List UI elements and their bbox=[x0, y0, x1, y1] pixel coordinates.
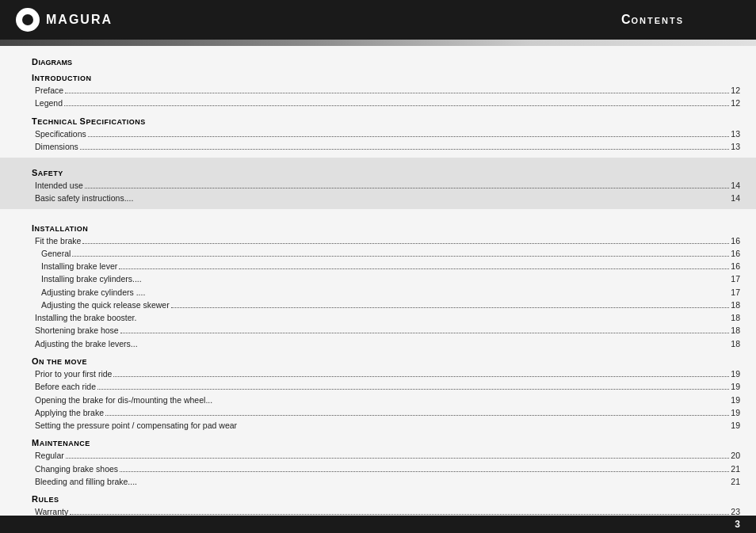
logo-area: MAGURA bbox=[0, 0, 598, 40]
section-installation: INSTALLATION Fit the brake 16 General 16… bbox=[32, 223, 740, 350]
toc-item-bleeding: Bleeding and filling brake.... 21 bbox=[32, 475, 740, 488]
toc-item-general: General 16 bbox=[32, 247, 740, 260]
heading-maintenance: MAINTENANCE bbox=[32, 438, 740, 447]
section-maintenance: MAINTENANCE Regular 20 Changing brake sh… bbox=[32, 438, 740, 488]
toc-item-warranty: Warranty 23 bbox=[32, 505, 740, 516]
heading-diagrams: DIAGRAMS bbox=[32, 57, 740, 67]
toc-item-before-ride: Before each ride 19 bbox=[32, 380, 740, 393]
toc-item-fit-brake: Fit the brake 16 bbox=[32, 234, 740, 247]
logo-inner bbox=[22, 14, 33, 25]
toc-item-adjusting-levers: Adjusting the brake levers... 18 bbox=[32, 337, 740, 350]
toc-item-adjusting-quickrelease: Adjusting the quick release skewer 18 bbox=[32, 299, 740, 311]
main-content: DIAGRAMS INTRODUCTION Preface 12 Legend … bbox=[0, 46, 756, 516]
bottom-bar: 3 bbox=[0, 516, 756, 533]
heading-installation: INSTALLATION bbox=[32, 223, 740, 233]
toc-item-pressure-point: Setting the pressure point / compensatin… bbox=[32, 419, 740, 432]
toc-item-adjusting-cylinders: Adjusting brake cylinders .... 17 bbox=[32, 286, 740, 299]
section-safety: SAFETY Intended use 14 Basic safety inst… bbox=[0, 158, 756, 209]
toc-item-opening-brake: Opening the brake for dis-/mounting the … bbox=[32, 394, 740, 406]
toc-item-intended-use: Intended use 14 bbox=[32, 179, 740, 192]
toc-item-shortening-hose: Shortening brake hose 18 bbox=[32, 324, 740, 337]
toc-item-dimensions: Dimensions 13 bbox=[32, 140, 740, 153]
contents-title: CONTENTS bbox=[621, 13, 684, 27]
heading-rules: RULES bbox=[32, 494, 740, 504]
toc-item-first-ride: Prior to your first ride 19 bbox=[32, 367, 740, 380]
section-technical-specs: TECHNICAL SPECIFICATIONS Specifications … bbox=[32, 116, 740, 154]
section-rules: RULES Warranty 23 bbox=[32, 494, 740, 516]
toc-item-applying-brake: Applying the brake 19 bbox=[32, 406, 740, 419]
toc-item-changing-brake-shoes: Changing brake shoes 21 bbox=[32, 463, 740, 475]
page-number: 3 bbox=[735, 519, 740, 530]
toc-item-preface: Preface 12 bbox=[32, 84, 740, 97]
section-diagrams: DIAGRAMS bbox=[32, 57, 740, 67]
stripe-divider bbox=[0, 40, 756, 46]
toc-item-specifications: Specifications 13 bbox=[32, 128, 740, 140]
heading-technical-specs: TECHNICAL SPECIFICATIONS bbox=[32, 116, 740, 126]
brand-name: MAGURA bbox=[46, 13, 113, 27]
toc-item-installing-lever: Installing brake lever 16 bbox=[32, 260, 740, 272]
contents-label-area: CONTENTS bbox=[598, 0, 756, 40]
toc-item-regular: Regular 20 bbox=[32, 449, 740, 462]
toc-item-basic-safety: Basic safety instructions.... 14 bbox=[32, 192, 740, 204]
section-on-the-move: ON THE MOVE Prior to your first ride 19 … bbox=[32, 356, 740, 432]
logo-icon bbox=[16, 8, 40, 32]
toc-item-installing-booster: Installing the brake booster. 18 bbox=[32, 311, 740, 324]
heading-on-the-move: ON THE MOVE bbox=[32, 356, 740, 366]
header: MAGURA CONTENTS bbox=[0, 0, 756, 40]
heading-introduction: INTRODUCTION bbox=[32, 73, 740, 82]
section-introduction: INTRODUCTION Preface 12 Legend 12 bbox=[32, 73, 740, 110]
toc-item-installing-cylinders: Installing brake cylinders.... 17 bbox=[32, 272, 740, 285]
toc-item-legend: Legend 12 bbox=[32, 97, 740, 109]
heading-safety: SAFETY bbox=[32, 168, 740, 177]
